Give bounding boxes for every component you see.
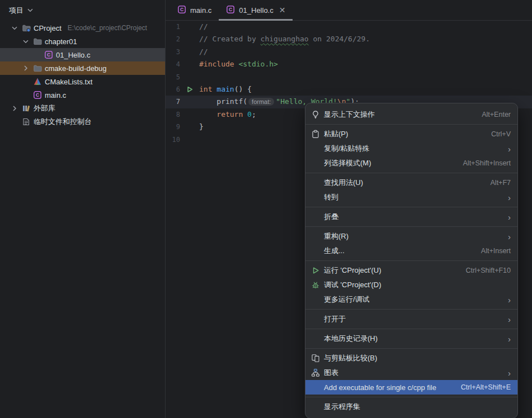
c-file-icon: C xyxy=(177,5,186,16)
menu-item-label: 折叠 xyxy=(324,212,504,222)
code-line-3[interactable]: 3// xyxy=(166,46,532,58)
menu-item-find-usages[interactable]: 查找用法(U)Alt+F7 xyxy=(305,175,517,190)
tab-01-hello-c[interactable]: C01_Hello.c✕ xyxy=(219,0,293,20)
tree-item-cmakelists-txt[interactable]: CMakeLists.txt xyxy=(0,75,165,88)
menu-item-add-executable-single-file[interactable]: Add executable for single c/cpp fileCtrl… xyxy=(305,380,517,395)
code-token xyxy=(199,97,216,106)
menu-item-paste[interactable]: 粘贴(P)Ctrl+V xyxy=(305,127,517,141)
menu-item-copy-paste-special[interactable]: 复制/粘贴特殊› xyxy=(305,141,517,156)
menu-separator xyxy=(305,329,517,329)
code-token xyxy=(199,110,216,118)
chevron-down-icon[interactable] xyxy=(21,37,30,46)
project-path: E:\code\c_project\CProject xyxy=(68,24,147,32)
line-number[interactable]: 7 xyxy=(166,96,180,108)
line-number[interactable]: 1 xyxy=(166,21,180,33)
chevron-right-icon[interactable] xyxy=(10,104,19,113)
menu-item-shortcut: Alt+F7 xyxy=(491,179,511,187)
code-line-4[interactable]: 4#include <stdio.h> xyxy=(166,58,532,70)
gutter-spacer xyxy=(180,108,199,121)
folder-icon xyxy=(33,37,42,46)
menu-item-local-history[interactable]: 本地历史记录(H)› xyxy=(305,331,517,346)
menu-item-label: 显示程序集 xyxy=(324,402,511,412)
menu-item-label: 列选择模式(M) xyxy=(324,158,459,168)
menu-item-open-in[interactable]: 打开于› xyxy=(305,312,517,326)
menu-icon-spacer xyxy=(311,144,320,153)
code-token: ( xyxy=(243,97,247,106)
tree-item-scratches-and-consoles[interactable]: 临时文件和控制台 xyxy=(0,115,165,129)
code-line-2[interactable]: 2// Created by chiguanghao on 2024/6/29. xyxy=(166,33,532,45)
line-number[interactable]: 9 xyxy=(166,121,180,133)
svg-text:C: C xyxy=(180,7,183,12)
menu-item-compare-with-clipboard[interactable]: 与剪贴板比较(B) xyxy=(305,351,517,365)
tree-item-main-c[interactable]: Cmain.c xyxy=(0,88,165,102)
tree-indent-spacer xyxy=(10,117,19,126)
line-number[interactable]: 6 xyxy=(166,83,180,96)
tree-item-cproject-root[interactable]: CProjectE:\code\c_project\CProject xyxy=(0,21,165,35)
code-line-5[interactable]: 5 xyxy=(166,71,532,83)
gutter-spacer xyxy=(180,46,199,58)
c-file-icon: C xyxy=(44,50,53,59)
menu-item-go-to[interactable]: 转到› xyxy=(305,190,517,205)
menu-item-label: Add executable for single c/cpp file xyxy=(324,383,457,392)
code-text: int main() { xyxy=(199,83,252,96)
submenu-arrow-icon: › xyxy=(508,335,511,343)
line-number[interactable]: 3 xyxy=(166,46,180,58)
svg-text:C: C xyxy=(36,92,39,98)
code-line-1[interactable]: 1// xyxy=(166,21,532,33)
close-icon[interactable]: ✕ xyxy=(279,6,286,14)
compare-icon xyxy=(311,354,320,363)
line-number[interactable]: 4 xyxy=(166,58,180,70)
menu-icon-spacer xyxy=(311,334,320,343)
tree-item-chapter01[interactable]: chapter01 xyxy=(0,35,165,48)
run-gutter-icon[interactable] xyxy=(180,83,199,96)
tree-item-label: 临时文件和控制台 xyxy=(34,117,92,127)
tree-item-cmake-build-debug[interactable]: cmake-build-debug xyxy=(0,61,165,75)
menu-separator xyxy=(305,260,517,261)
menu-separator xyxy=(305,397,517,397)
line-number[interactable]: 8 xyxy=(166,108,180,121)
line-number[interactable]: 5 xyxy=(166,71,180,83)
tree-item-label: cmake-build-debug xyxy=(45,64,107,73)
scratch-icon xyxy=(22,117,31,126)
menu-item-debug-cproject[interactable]: 调试 'CProject'(D) xyxy=(305,278,517,292)
menu-item-folding[interactable]: 折叠› xyxy=(305,210,517,224)
menu-item-label: 图表 xyxy=(324,368,504,378)
menu-item-column-selection-mode[interactable]: 列选择模式(M)Alt+Shift+Insert xyxy=(305,156,517,170)
menu-icon-spacer xyxy=(311,193,320,202)
menu-separator xyxy=(305,124,517,125)
menu-item-generate[interactable]: 生成...Alt+Insert xyxy=(305,244,517,258)
editor-tab-bar: Cmain.cC01_Hello.c✕ xyxy=(166,0,532,21)
line-number[interactable]: 2 xyxy=(166,33,180,45)
library-icon xyxy=(22,104,31,113)
tree-item-label: CMakeLists.txt xyxy=(45,78,92,86)
menu-item-label: 生成... xyxy=(324,246,477,256)
code-text: return 0; xyxy=(199,108,256,121)
menu-item-shortcut: Alt+Enter xyxy=(482,111,511,118)
tab-main-c[interactable]: Cmain.c xyxy=(170,0,219,20)
chevron-down-icon[interactable] xyxy=(10,23,19,32)
gutter-spacer xyxy=(180,33,199,45)
menu-item-label: 更多运行/调试 xyxy=(324,294,504,305)
menu-item-show-context-actions[interactable]: 显示上下文操作Alt+Enter xyxy=(305,107,517,122)
menu-item-label: 粘贴(P) xyxy=(324,129,487,139)
menu-separator xyxy=(305,309,517,310)
chevron-down-icon[interactable] xyxy=(26,6,35,16)
code-token: #include xyxy=(199,60,238,68)
tree-item-external-libraries[interactable]: 外部库 xyxy=(0,102,165,115)
chevron-right-icon[interactable] xyxy=(21,64,30,73)
line-number[interactable]: 10 xyxy=(166,134,180,146)
tree-indent-spacer xyxy=(32,50,41,59)
gutter-spacer xyxy=(180,71,199,83)
svg-text:C: C xyxy=(229,7,232,12)
menu-item-more-run-debug[interactable]: 更多运行/调试› xyxy=(305,292,517,307)
submenu-arrow-icon: › xyxy=(508,213,511,221)
tab-label: main.c xyxy=(190,6,211,15)
tree-item-01-hello-c[interactable]: C01_Hello.c xyxy=(0,48,165,61)
menu-item-label: 重构(R) xyxy=(324,231,504,241)
menu-item-refactor[interactable]: 重构(R)› xyxy=(305,229,517,244)
tree-item-label: 外部库 xyxy=(34,103,55,113)
menu-item-run-cproject[interactable]: 运行 'CProject'(U)Ctrl+Shift+F10 xyxy=(305,263,517,278)
code-line-6[interactable]: 6int main() { xyxy=(166,83,532,96)
menu-item-diagrams[interactable]: 图表› xyxy=(305,365,517,380)
menu-item-show-assembly[interactable]: 显示程序集 xyxy=(305,400,517,414)
